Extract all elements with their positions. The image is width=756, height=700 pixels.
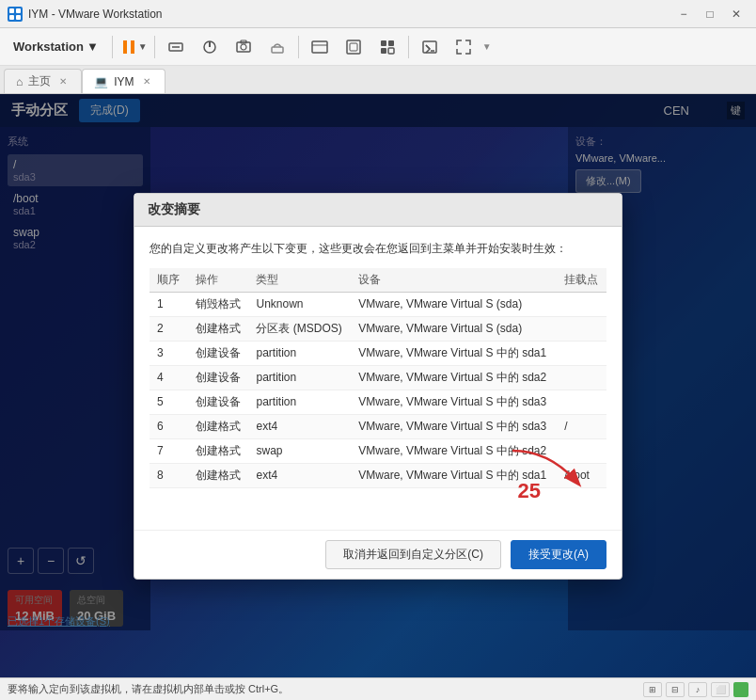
table-row: 1 销毁格式 Unknown VMware, VMware Virtual S …: [150, 292, 606, 316]
main-toolbar: Workstation ▼ ▼: [0, 28, 756, 66]
cell-device: VMware, VMware Virtual S 中的 sda1: [351, 341, 557, 365]
cell-action: 创建格式: [188, 463, 249, 487]
workstation-menu-button[interactable]: Workstation ▼: [6, 33, 106, 61]
cell-device: VMware, VMware Virtual S (sda): [351, 292, 557, 316]
svg-point-11: [241, 44, 246, 50]
modal-footer: 取消并返回到自定义分区(C) 接受更改(A): [134, 530, 622, 579]
col-header-mount: 挂载点: [557, 268, 606, 293]
unity-mode-button[interactable]: [372, 34, 402, 60]
cell-mount: [557, 292, 606, 316]
svg-rect-5: [131, 40, 134, 54]
cell-mount: [557, 390, 606, 414]
app-logo: [8, 7, 23, 22]
tab-home[interactable]: ⌂ 主页 ✕: [4, 69, 82, 93]
cell-action: 创建设备: [188, 365, 249, 390]
audio-icon: ♪: [688, 682, 707, 697]
maximize-button[interactable]: □: [698, 5, 722, 24]
send-ctrl-alt-del-button[interactable]: [161, 34, 191, 60]
cell-mount: /: [557, 414, 606, 438]
dropdown-arrow-icon: ▼: [87, 40, 99, 54]
cell-action: 创建格式: [188, 316, 249, 341]
cell-device: VMware, VMware Virtual S 中的 sda3: [351, 390, 557, 414]
main-content: 手动分区 完成(D) CEN 键 系统 / sda3 /boot sda1 sw…: [0, 94, 756, 677]
cell-device: VMware, VMware Virtual S 中的 sda3: [351, 414, 557, 438]
cell-seq: 5: [150, 390, 188, 414]
cell-action: 创建格式: [188, 414, 249, 438]
accept-button[interactable]: 接受更改(A): [511, 540, 606, 569]
table-row: 2 创建格式 分区表 (MSDOS) VMware, VMware Virtua…: [150, 316, 606, 341]
status-bar: 要将输入定向到该虚拟机，请在虚拟机内部单击或按 Ctrl+G。 ⊞ ⊟ ♪ ⬜: [0, 677, 756, 700]
cell-mount: [557, 365, 606, 390]
cell-type: Unknown: [248, 292, 351, 316]
svg-rect-2: [9, 15, 14, 20]
cell-seq: 8: [150, 463, 188, 487]
modal-description: 您的自定义更改将产生以下变更，这些更改会在您返回到主菜单并开始安装时生效：: [150, 240, 606, 257]
close-button[interactable]: ✕: [724, 5, 748, 24]
network-icon: ⊞: [643, 682, 662, 697]
workstation-label: Workstation: [13, 40, 84, 54]
table-row: 5 创建设备 partition VMware, VMware Virtual …: [150, 390, 606, 414]
annotation-arrow: [494, 441, 606, 498]
display-icon: ⬜: [711, 682, 730, 697]
svg-rect-21: [388, 48, 394, 54]
iym-tab-label: IYM: [114, 75, 134, 88]
cell-seq: 4: [150, 365, 188, 390]
toolbar-separator-3: [298, 36, 299, 58]
cell-seq: 2: [150, 316, 188, 341]
status-message: 要将输入定向到该虚拟机，请在虚拟机内部单击或按 Ctrl+G。: [8, 682, 289, 696]
modal-body: 您的自定义更改将产生以下变更，这些更改会在您返回到主菜单并开始安装时生效： 顺序…: [134, 227, 622, 530]
table-row: 3 创建设备 partition VMware, VMware Virtual …: [150, 341, 606, 365]
col-header-action: 操作: [188, 268, 249, 293]
svg-rect-18: [381, 40, 386, 46]
snapshot-button[interactable]: [228, 34, 259, 60]
cell-type: swap: [248, 438, 351, 463]
col-header-device: 设备: [351, 268, 557, 293]
toolbar-separator-1: [112, 36, 113, 58]
changes-summary-modal: 改变摘要 您的自定义更改将产生以下变更，这些更改会在您返回到主菜单并开始安装时生…: [134, 193, 622, 580]
cell-type: partition: [248, 341, 351, 365]
col-header-seq: 顺序: [150, 268, 188, 293]
cell-device: VMware, VMware Virtual S 中的 sda2: [351, 365, 557, 390]
cell-seq: 1: [150, 292, 188, 316]
cancel-button[interactable]: 取消并返回到自定义分区(C): [325, 540, 501, 569]
console-view-button[interactable]: [415, 34, 445, 60]
table-row: 6 创建格式 ext4 VMware, VMware Virtual S 中的 …: [150, 414, 606, 438]
tab-iym[interactable]: 💻 IYM ✕: [82, 69, 165, 93]
cell-action: 销毁格式: [188, 292, 249, 316]
modal-overlay: 改变摘要 您的自定义更改将产生以下变更，这些更改会在您返回到主菜单并开始安装时生…: [0, 94, 756, 677]
cell-type: partition: [248, 365, 351, 390]
cell-mount: [557, 316, 606, 341]
cell-action: 创建设备: [188, 341, 249, 365]
window-title: IYM - VMware Workstation: [28, 8, 671, 21]
svg-rect-13: [272, 47, 283, 53]
svg-rect-16: [347, 40, 360, 54]
pause-button[interactable]: ▼: [118, 34, 149, 60]
svg-rect-20: [381, 48, 386, 54]
home-tab-label: 主页: [28, 73, 51, 89]
col-header-type: 类型: [248, 268, 351, 293]
status-bar-right: ⊞ ⊟ ♪ ⬜: [643, 682, 748, 697]
home-tab-close[interactable]: ✕: [56, 75, 70, 88]
power-button[interactable]: [195, 34, 225, 60]
svg-rect-14: [312, 41, 327, 53]
window-controls: − □ ✕: [671, 5, 748, 24]
vm-settings-button[interactable]: [305, 34, 335, 60]
svg-rect-1: [16, 8, 21, 13]
title-bar: IYM - VMware Workstation − □ ✕: [0, 0, 756, 28]
svg-rect-0: [9, 8, 14, 13]
iym-tab-close[interactable]: ✕: [140, 75, 153, 88]
cell-type: partition: [248, 390, 351, 414]
enter-fullscreen-button[interactable]: [449, 34, 479, 60]
svg-rect-17: [350, 43, 357, 51]
table-row: 4 创建设备 partition VMware, VMware Virtual …: [150, 365, 606, 390]
revert-snapshot-button[interactable]: [262, 34, 292, 60]
vm-status-indicator: [733, 682, 748, 697]
minimize-button[interactable]: −: [671, 5, 696, 24]
usb-icon: ⊟: [666, 682, 685, 697]
cell-seq: 3: [150, 341, 188, 365]
full-screen-button[interactable]: [339, 34, 369, 60]
cell-type: 分区表 (MSDOS): [248, 316, 351, 341]
home-tab-icon: ⌂: [16, 75, 23, 88]
cell-action: 创建设备: [188, 390, 249, 414]
cell-seq: 6: [150, 414, 188, 438]
